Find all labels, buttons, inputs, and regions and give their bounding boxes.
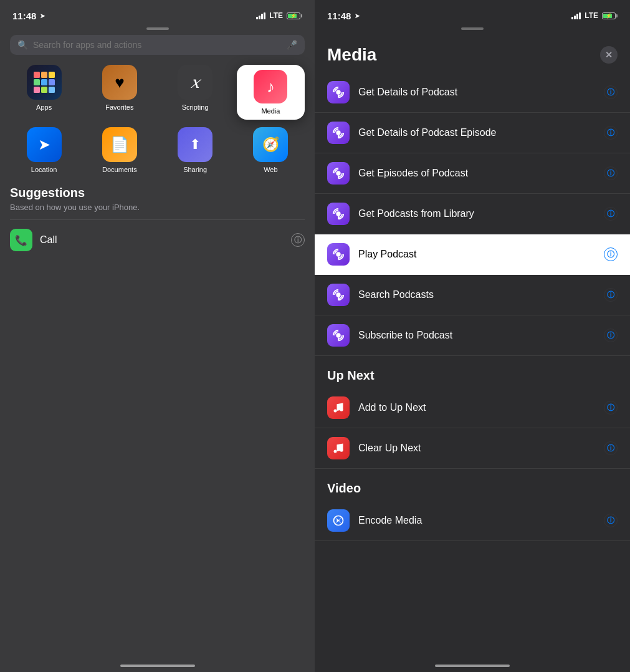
clear-up-next-label: Clear Up Next	[358, 443, 604, 454]
get-from-library-info[interactable]: ⓘ	[604, 207, 618, 221]
svg-point-0	[336, 90, 340, 94]
svg-point-17	[340, 449, 343, 452]
right-status-bar: 11:48 ➤ LTE ⚡	[315, 0, 630, 27]
add-up-next-label: Add to Up Next	[358, 402, 604, 413]
documents-label: Documents	[102, 166, 137, 173]
clear-up-next-info[interactable]: ⓘ	[604, 441, 618, 455]
menu-item-add-up-next[interactable]: Add to Up Next ⓘ	[315, 388, 630, 428]
podcast-icon-get-episodes	[327, 162, 350, 185]
menu-item-get-episodes[interactable]: Get Episodes of Podcast ⓘ	[315, 153, 630, 194]
svg-point-16	[334, 450, 337, 453]
menu-item-get-details-episode[interactable]: Get Details of Podcast Episode ⓘ	[315, 113, 630, 153]
search-icon: 🔍	[17, 40, 28, 50]
podcast-icon-get-details	[327, 81, 350, 103]
encode-icon	[327, 509, 350, 532]
search-podcasts-label: Search Podcasts	[358, 289, 604, 300]
podcast-icon-library	[327, 203, 350, 225]
lte-label: LTE	[269, 11, 283, 20]
svg-point-14	[334, 410, 337, 413]
mic-icon: 🎤	[287, 40, 297, 50]
subscribe-info[interactable]: ⓘ	[604, 329, 618, 342]
category-grid: Apps ♥ Favorites 𝑥 Scripting ♪ Media ➤	[0, 65, 315, 186]
location-label: Location	[31, 166, 57, 173]
music-icon-clear	[327, 437, 350, 459]
svg-point-12	[336, 333, 340, 337]
apps-label: Apps	[36, 103, 52, 111]
category-item-apps[interactable]: Apps	[10, 65, 78, 120]
right-signal-icon	[571, 12, 581, 19]
suggestion-call[interactable]: 📞 Call ⓘ	[10, 219, 305, 260]
category-item-documents[interactable]: 📄 Documents	[85, 127, 153, 173]
favorites-label: Favorites	[105, 103, 133, 111]
web-icon: 🧭	[253, 127, 288, 162]
apps-icon	[27, 65, 62, 100]
category-item-sharing[interactable]: ⬆ Sharing	[161, 127, 229, 173]
call-info-button[interactable]: ⓘ	[291, 233, 305, 247]
category-item-media[interactable]: ♪ Media	[237, 65, 305, 120]
get-episodes-info[interactable]: ⓘ	[604, 166, 618, 180]
menu-item-get-from-library[interactable]: Get Podcasts from Library ⓘ	[315, 194, 630, 234]
menu-item-play-podcast[interactable]: Play Podcast ⓘ	[315, 234, 630, 275]
location-icon: ➤	[27, 127, 62, 162]
svg-point-15	[340, 408, 343, 411]
podcast-icon-get-details-ep	[327, 122, 350, 144]
right-lte-label: LTE	[585, 11, 598, 20]
left-search-bar[interactable]: 🔍 🎤	[10, 35, 305, 55]
encode-media-label: Encode Media	[358, 515, 604, 526]
category-item-web[interactable]: 🧭 Web	[237, 127, 305, 173]
svg-point-4	[336, 171, 340, 175]
podcast-icon-subscribe	[327, 324, 350, 347]
menu-item-encode-media[interactable]: Encode Media ⓘ	[315, 501, 630, 541]
video-section-header: Video	[315, 469, 630, 501]
menu-item-get-details-podcast[interactable]: Get Details of Podcast ⓘ	[315, 72, 630, 113]
right-location-arrow-icon: ➤	[355, 12, 360, 19]
play-podcast-label: Play Podcast	[358, 249, 604, 260]
search-input[interactable]	[33, 40, 282, 50]
encode-media-info[interactable]: ⓘ	[604, 514, 618, 527]
right-drag-handle	[461, 27, 484, 30]
right-time: 11:48 ➤	[327, 11, 360, 21]
left-status-icons: LTE ⚡	[256, 11, 302, 20]
call-icon: 📞	[10, 229, 32, 251]
right-panel: 11:48 ➤ LTE ⚡ Media ✕	[315, 0, 630, 672]
podcast-icon-play	[327, 243, 350, 266]
left-time: 11:48 ➤	[12, 11, 45, 21]
right-battery-icon: ⚡	[602, 12, 618, 19]
get-details-podcast-label: Get Details of Podcast	[358, 87, 604, 98]
right-header: Media ✕	[315, 35, 630, 72]
left-panel: 11:48 ➤ LTE ⚡ 🔍 🎤	[0, 0, 315, 672]
close-button[interactable]: ✕	[600, 46, 618, 64]
right-home-indicator	[435, 665, 510, 667]
menu-item-clear-up-next[interactable]: Clear Up Next ⓘ	[315, 428, 630, 469]
suggestion-call-label: Call	[40, 234, 291, 246]
category-item-scripting[interactable]: 𝑥 Scripting	[161, 65, 229, 120]
subscribe-label: Subscribe to Podcast	[358, 330, 604, 341]
location-arrow-icon: ➤	[40, 12, 45, 19]
left-status-bar: 11:48 ➤ LTE ⚡	[0, 0, 315, 27]
suggestions-section: Suggestions Based on how you use your iP…	[0, 186, 315, 260]
music-icon-add	[327, 396, 350, 419]
menu-item-search-podcasts[interactable]: Search Podcasts ⓘ	[315, 275, 630, 315]
get-details-podcast-info[interactable]: ⓘ	[604, 85, 618, 99]
svg-point-10	[336, 292, 340, 297]
menu-item-subscribe[interactable]: Subscribe to Podcast ⓘ	[315, 315, 630, 356]
left-home-indicator	[120, 665, 195, 667]
add-up-next-info[interactable]: ⓘ	[604, 401, 618, 415]
web-label: Web	[264, 166, 277, 173]
category-item-location[interactable]: ➤ Location	[10, 127, 78, 173]
play-podcast-info[interactable]: ⓘ	[604, 247, 618, 261]
media-icon: ♪	[254, 70, 287, 103]
media-label: Media	[261, 107, 280, 115]
svg-point-2	[336, 130, 340, 135]
sharing-label: Sharing	[183, 166, 207, 173]
category-item-favorites[interactable]: ♥ Favorites	[85, 65, 153, 120]
favorites-icon: ♥	[102, 65, 137, 100]
get-details-episode-info[interactable]: ⓘ	[604, 126, 618, 140]
search-podcasts-info[interactable]: ⓘ	[604, 288, 618, 302]
suggestions-title: Suggestions	[10, 186, 305, 200]
get-details-episode-label: Get Details of Podcast Episode	[358, 127, 604, 138]
podcast-icon-search	[327, 284, 350, 306]
get-episodes-label: Get Episodes of Podcast	[358, 168, 604, 179]
right-panel-title: Media	[327, 45, 376, 65]
scripting-label: Scripting	[182, 103, 209, 111]
